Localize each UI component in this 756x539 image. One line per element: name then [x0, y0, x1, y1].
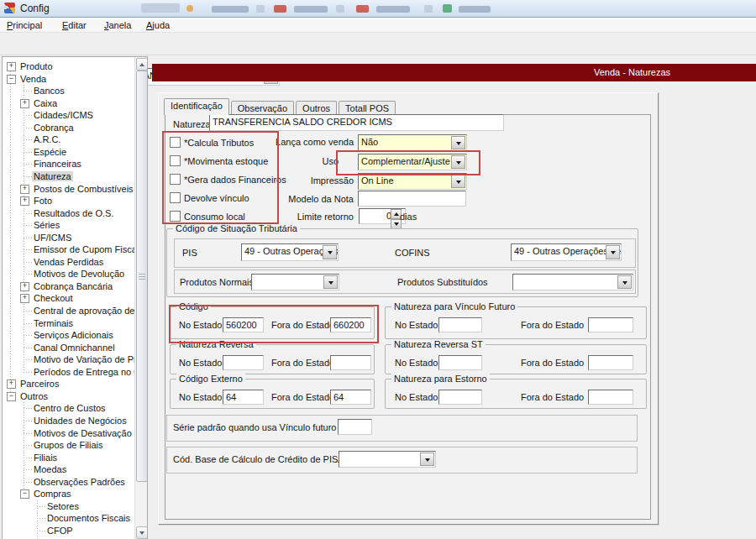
lanca-como-venda-combo[interactable]: Não [358, 134, 467, 151]
tree-item-motivos-de-devolucao[interactable]: Motivos de Devolução [3, 268, 135, 280]
modelo-da-nota-input[interactable] [358, 191, 466, 207]
tab-outros[interactable]: Outros [296, 101, 337, 114]
codigo-no-estado-input[interactable]: 560200 [223, 317, 264, 332]
dropdown-button[interactable] [451, 155, 465, 169]
expand-plus-icon[interactable]: + [20, 196, 29, 206]
tree-item-cfop[interactable]: CFOP [3, 525, 135, 536]
movimenta-estoque-checkbox[interactable] [170, 155, 181, 166]
tree-item-bancos[interactable]: Bancos [3, 85, 135, 97]
tab-identificacao[interactable]: Identificação [164, 98, 229, 115]
tree-item-setores[interactable]: Setores [3, 500, 135, 512]
natureza-reversa-st-fora-do-estado-input[interactable] [588, 355, 633, 370]
tree-item-canal-omnichannel[interactable]: Canal Omnichannel [3, 342, 135, 353]
dropdown-button[interactable] [606, 245, 620, 259]
limite-retorno-label: Limite retorno [228, 212, 354, 222]
tree-item-moedas[interactable]: Moedas [3, 463, 135, 475]
codigo-externo-fora-do-estado-input[interactable]: 64 [330, 390, 371, 405]
dropdown-button[interactable] [323, 245, 337, 259]
tree-item-foto[interactable]: +Foto [3, 195, 135, 207]
natureza-input[interactable]: TRANSFERENCIA SALDO CREDOR ICMS [209, 114, 504, 131]
tree-item-checkout[interactable]: +Checkout [3, 292, 135, 304]
natureza-para-vinculo-futuro-no-estado-input[interactable] [438, 317, 482, 332]
dropdown-button[interactable] [420, 453, 434, 466]
tree-item-cidades-icms[interactable]: Cidades/ICMS [3, 109, 135, 121]
consumo-local-checkbox[interactable] [170, 211, 181, 222]
expand-plus-icon[interactable]: + [20, 185, 29, 194]
tab-totall-pos[interactable]: Totall POS [339, 101, 396, 114]
tree-item-venda[interactable]: −Venda [3, 73, 135, 85]
tree-item-filiais[interactable]: Filiais [3, 452, 135, 463]
tree-item-parceiros[interactable]: +Parceiros [3, 378, 135, 390]
menu-item-janela[interactable]: Janela [101, 19, 134, 31]
dropdown-button[interactable] [451, 136, 465, 149]
tree-item-caixa[interactable]: +Caixa [3, 97, 135, 109]
tree-item-observacoes-padroes[interactable]: Observações Padrões [3, 476, 135, 488]
tree-item-emissor-de-cupom-fiscal[interactable]: Emissor de Cupom Fiscal [3, 243, 135, 255]
tree-item-vendas-perdidas[interactable]: Vendas Perdidas [3, 256, 135, 268]
tree-item-resultados-de-o-s[interactable]: Resultados de O.S. [3, 207, 135, 219]
tree-item-series[interactable]: Séries [3, 219, 135, 231]
tree-item-motivo-de-variacao-de-preco[interactable]: Motivo de Variação de Preço [3, 353, 135, 365]
menu-item-ajuda[interactable]: Ajuda [143, 19, 173, 31]
tree-item-cobranca-bancaria[interactable]: +Cobrança Bancária [3, 280, 135, 292]
tree-connector [24, 408, 32, 409]
tree-item-produto[interactable]: +Produto [3, 60, 135, 72]
natureza-para-vinculo-futuro-fora-do-estado-input[interactable] [588, 317, 633, 332]
scrollbar-thumb[interactable] [136, 71, 148, 482]
tree-scrollbar[interactable] [134, 57, 147, 539]
tree-item-uf-icms[interactable]: UF/ICMS [3, 232, 135, 243]
tree-item-unidades-de-negocios[interactable]: Unidades de Negócios [3, 415, 135, 426]
menu-item-principal[interactable]: Principal [3, 19, 45, 31]
dropdown-button[interactable] [451, 175, 465, 188]
tree-item-outros[interactable]: −Outros [3, 390, 135, 402]
scroll-up-button[interactable] [136, 58, 148, 71]
devolve-vinculo-checkbox[interactable] [170, 192, 181, 203]
codigo-fora-do-estado-input[interactable]: 660200 [330, 317, 371, 332]
tree-item-documentos-fiscais[interactable]: Documentos Fiscais [3, 512, 135, 524]
cod-base-combo[interactable] [339, 451, 436, 468]
tree-item-terminais[interactable]: Terminais [3, 317, 135, 329]
tree-item-central-de-aprovacao-de-cre[interactable]: Central de aprovação de cré [3, 305, 135, 317]
tree-item-centro-de-custos[interactable]: Centro de Custos [3, 402, 135, 414]
dropdown-button[interactable] [323, 275, 338, 289]
collapse-minus-icon[interactable]: − [20, 489, 29, 499]
tree-item-natureza[interactable]: Natureza [3, 170, 135, 182]
natureza-reversa-st-no-estado-input[interactable] [438, 355, 482, 370]
expand-plus-icon[interactable]: + [7, 379, 16, 389]
natureza-para-estorno-fora-do-estado-input[interactable] [588, 390, 633, 405]
impressao-combo[interactable]: On Line [358, 173, 467, 190]
cofins-combo[interactable]: 49 - Outras Operações de [511, 243, 622, 261]
dropdown-button[interactable] [617, 275, 632, 289]
expand-plus-icon[interactable]: + [7, 62, 16, 71]
tab-observacao[interactable]: Observação [231, 101, 294, 114]
tree-item-postos-de-combustiveis[interactable]: +Postos de Combustíveis [3, 183, 135, 195]
serie-padrao-input[interactable] [338, 419, 372, 435]
collapse-minus-icon[interactable]: − [7, 392, 16, 401]
gera-dados-financeiros-checkbox[interactable] [170, 174, 181, 185]
natureza-para-estorno-no-estado-input[interactable] [438, 390, 482, 405]
expand-plus-icon[interactable]: + [20, 282, 29, 291]
tree-item-servicos-adicionais[interactable]: Serviços Adicionais [3, 329, 135, 341]
produtos-substituidos-combo[interactable] [512, 274, 633, 290]
tree-item-cobranca[interactable]: Cobrança [3, 122, 135, 133]
collapse-minus-icon[interactable]: − [7, 75, 16, 84]
menu-item-editar[interactable]: Editar [59, 19, 90, 31]
tree-item-compras[interactable]: −Compras [3, 488, 135, 500]
uso-combo[interactable]: Complementar/Ajuste [358, 154, 467, 170]
tree-item-motivos-de-desativacao[interactable]: Motivos de Desativação [3, 427, 135, 439]
tree-item-grupos-de-filiais[interactable]: Grupos de Filiais [3, 439, 135, 451]
scroll-down-button[interactable] [136, 526, 148, 539]
produtos-normais-combo[interactable] [251, 274, 339, 290]
expand-plus-icon[interactable]: + [20, 294, 29, 303]
natureza-reversa-fora-do-estado-input[interactable] [330, 355, 371, 370]
tree-item-a-r-c[interactable]: A.R.C. [3, 133, 135, 145]
pis-combo[interactable]: 49 - Outras Operações de [241, 243, 339, 261]
title-bar[interactable]: Config [0, 0, 756, 18]
expand-plus-icon[interactable]: + [20, 99, 29, 108]
tree-item-especie[interactable]: Espécie [3, 146, 135, 158]
tree-item-financeiras[interactable]: Financeiras [3, 158, 135, 170]
natureza-reversa-no-estado-input[interactable] [223, 355, 264, 370]
tree-item-periodos-de-entrega-no-orde[interactable]: Períodos de Entrega no Orde [3, 366, 135, 378]
calcula-tributos-checkbox[interactable] [170, 137, 181, 148]
codigo-externo-no-estado-input[interactable]: 64 [223, 390, 264, 405]
